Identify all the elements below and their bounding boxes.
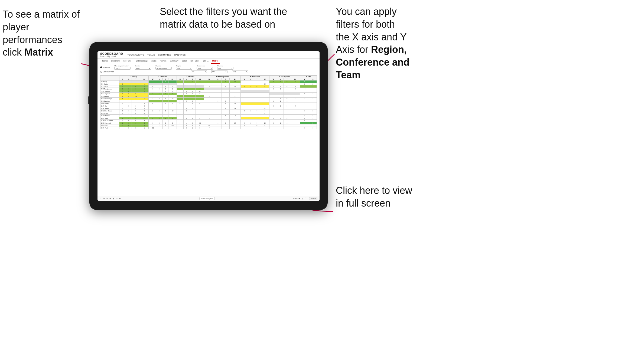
conference-arrow-2: ▾ [226,71,226,72]
wlt-6-dif: Dif [290,78,300,81]
annotation-tr-line4-prefix: Axis for [336,44,371,55]
max-players-arrow: ▾ [129,68,129,69]
annotation-top-center: Select the filters you want the matrix d… [160,5,295,31]
expand-icon[interactable]: ⛶ [305,197,307,200]
wlt-2-t: T [163,78,168,81]
edit-icon[interactable]: ✎ [106,197,108,200]
table-row: 4. M Thorbjornsen 1010 1101 -3 0110 -6 [100,88,317,90]
tab-matrix-active[interactable]: Matrix [211,59,220,64]
max-players-value: Top 25 [115,68,120,69]
tab-matrix[interactable]: Matrix [149,59,158,64]
gender-arrow: ▾ [149,68,150,69]
annotation-bottom-right: Click here to view in full screen [336,184,433,210]
settings-icon[interactable]: ⚙ [119,197,121,200]
player-name-8: 8. P Summerhays [100,98,119,100]
max-players-select[interactable]: Top 25 ▾ [114,67,131,70]
scoreboard-logo: SCOREBOARD Powered by clippd [100,52,123,57]
annotation-tl-line2: player performances [3,21,62,45]
annotation-tr-line6-bold: Team [336,69,360,81]
tab-h2h-grid2[interactable]: H2H Grid [188,59,200,64]
wlt-2-dif: Dif [168,78,177,81]
region-select[interactable]: N/A ▾ [176,67,192,70]
player-name-12: 12. M Riedel [100,107,119,110]
table-row: 8. P Summerhays 521-48 200-16 10-13 12 [100,98,317,100]
wlt-5-w: W [240,78,248,81]
wlt-4-w: W [204,78,214,81]
conference-label: Conference [197,65,213,67]
player-name-15: 15. P Maichon [100,115,119,117]
watch-button[interactable]: Watch ▾ [293,198,300,200]
filter-compact-view[interactable]: Compact View [100,71,114,73]
annotation-br-line1: Click here to view [336,185,412,196]
tab-h2hh[interactable]: H2HH... [200,59,211,64]
conference-value-2: (All) [212,71,215,72]
screen-icon[interactable]: ⊡ [302,197,304,200]
filter-row-1: Full View Max players in view Top 25 ▾ G… [100,65,317,70]
redo-icon[interactable]: ↻ [103,197,105,200]
col-header-4: 4. M Thorbjornsen [204,76,241,78]
annotation-tr-line5-bold: Conference and [336,57,409,68]
col-header-7: 7. G Sa [300,76,317,78]
grid-icon[interactable]: ⊞ [113,197,115,200]
wlt-3-dif: Dif [196,78,204,81]
conference-select[interactable]: (All) ▾ [197,67,213,70]
tab-players-summary[interactable]: Summary [168,59,180,64]
wlt-5-dif: Dif [260,78,269,81]
tab-players[interactable]: Players [158,59,168,64]
wlt-2-w: W [149,78,157,81]
wlt-1-dif: Dif [140,78,148,81]
col-header-1: 1. W Ding [119,76,149,78]
nav-tournaments[interactable]: TOURNAMENTS [127,53,144,57]
max-players-label: Max players in view [114,65,131,67]
table-row: 7. G Sargent 20-16 03 [100,95,317,98]
region-select-2[interactable]: N/A ▾ [191,70,207,73]
gender-select[interactable]: Men's ▾ [135,67,151,70]
region-value: N/A [177,68,180,69]
player-name-17: 17. S De La Fuente [100,120,119,122]
fullscreen-icon[interactable]: ⤢ [116,197,118,200]
players-arrow: ▾ [232,68,232,69]
tablet-side-button[interactable] [88,96,89,104]
table-row: 13. J Skov Olesen 110-3 210-19 10 220-1 … [100,110,317,112]
col-header-2: 2. L Clanton [149,76,177,78]
scoreboard-header: SCOREBOARD Powered by clippd TOURNAMENTS… [97,51,320,59]
wlt-1-w: W [119,78,126,81]
annotation-tl-line3-bold: Matrix [24,47,53,58]
players-select-2[interactable]: (All) ▾ [232,70,248,73]
zoom-icon[interactable]: ⊕ [109,197,111,200]
players-select[interactable]: (All) ▾ [217,67,233,70]
player-name-11: 11. M Ege [100,105,119,107]
col-header-3: 3. J Koivun [177,76,204,78]
conference-select-2[interactable]: (All) ▾ [211,70,227,73]
tab-teams[interactable]: Teams [100,59,109,64]
table-row: 20. M Ford 331 -11 010 7 11 [100,127,317,129]
player-name-2: 2. L Clanton [100,83,119,85]
undo-icon[interactable]: ↺ [100,197,102,200]
division-select[interactable]: NCAA Division I ▾ [155,67,172,70]
nav-rankings[interactable]: RANKINGS [174,53,186,57]
nav-teams[interactable]: TEAMS [147,53,155,57]
wlt-7-l: L [309,78,317,81]
nav-committee[interactable]: COMMITTEE [158,53,171,57]
table-row: 3. J Kolvun 1102 0101 01013 04011 0103 1… [100,85,317,88]
view-original-button[interactable]: View: Original [199,197,215,200]
tab-summary[interactable]: Summary [109,59,121,64]
share-button[interactable]: Share [309,197,317,200]
tab-h2h-grid[interactable]: H2H Grid [121,59,133,64]
table-row: 9. N Gabrelcik 009 011 111 [100,100,317,102]
matrix-tbody: 1. W Ding 12011 110-2 12017 01013 02 2. … [100,81,317,129]
table-row: 16. K Vilips 210-25 2204 330 8 050 01 [100,117,317,120]
radio-compact-view[interactable] [100,71,102,73]
wlt-1-t: T [132,78,140,81]
annotation-br-line2: in full screen [336,198,391,209]
annotation-tl-line1: To see a matrix of [3,9,80,20]
tab-detail[interactable]: Detail [180,59,188,64]
region-arrow: ▾ [190,68,191,69]
filter-full-view[interactable]: Full View [100,66,110,68]
players-arrow-2: ▾ [246,71,247,72]
players-value: (All) [218,68,221,69]
wlt-5-t: T [254,78,260,81]
radio-full-view[interactable] [100,66,102,68]
player-name-9: 9. N Gabrelcik [100,100,119,102]
tab-h2h-heatmap[interactable]: H2H Heatmap [133,59,149,64]
